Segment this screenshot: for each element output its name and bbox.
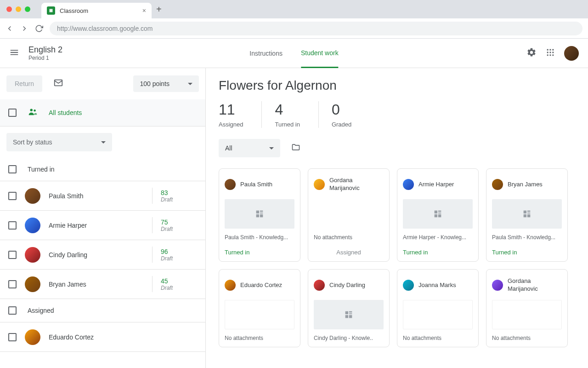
card-avatar: [403, 280, 414, 291]
svg-point-9: [549, 54, 551, 56]
group-assigned: Assigned: [0, 299, 205, 322]
card-student-name: Bryan James: [508, 181, 543, 189]
grade-cell[interactable]: 45 Draft: [152, 276, 173, 292]
card-student-name: Paula Smith: [240, 181, 272, 189]
address-bar[interactable]: http://www.classroom.google.com: [50, 22, 582, 35]
minimize-window-icon[interactable]: [16, 6, 21, 12]
card-avatar: [403, 179, 414, 190]
grade-value: 45: [161, 277, 173, 285]
assignment-title: Flowers for Algernon: [219, 78, 575, 93]
folder-icon[interactable]: [291, 143, 300, 154]
student-row[interactable]: Cindy Darling 96 Draft: [0, 240, 205, 270]
email-icon[interactable]: [53, 78, 63, 90]
card-status: Turned in: [492, 249, 562, 256]
student-sidebar: Return 100 points All students Sort by s…: [0, 68, 206, 368]
close-window-icon[interactable]: [6, 6, 12, 12]
svg-rect-16: [260, 213, 263, 213]
classroom-favicon: [47, 6, 55, 15]
stats-row: 11 Assigned4 Turned in0 Graded: [219, 101, 575, 128]
card-file-label: Paula Smith - Knowledg...: [492, 234, 562, 241]
tab-student-work[interactable]: Student work: [301, 39, 339, 68]
stat-label: Graded: [332, 121, 351, 128]
grade-status: Draft: [161, 255, 173, 262]
card-avatar: [225, 179, 236, 190]
group-label: Turned in: [28, 166, 55, 173]
browser-chrome: Classroom × +: [0, 0, 588, 18]
class-info[interactable]: English 2 Period 1: [28, 45, 62, 61]
svg-point-2: [547, 49, 548, 50]
back-button[interactable]: [6, 24, 14, 33]
student-row[interactable]: Paula Smith 83 Draft: [0, 181, 205, 211]
card-file-label: No attachments: [314, 234, 384, 241]
svg-rect-24: [524, 211, 526, 213]
settings-icon[interactable]: [526, 47, 537, 59]
return-button[interactable]: Return: [6, 75, 42, 92]
svg-rect-26: [527, 213, 530, 213]
student-checkbox[interactable]: [8, 333, 17, 341]
tab-instructions[interactable]: Instructions: [249, 39, 283, 68]
student-card[interactable]: Paula Smith Paula Smith - Knowledg... Tu…: [219, 168, 300, 262]
stat-block: 0 Graded: [332, 101, 370, 128]
student-card[interactable]: Gordana Marijanovic No attachments: [486, 269, 568, 347]
student-card[interactable]: Gordana Marijanovic No attachments Assig…: [308, 168, 390, 262]
student-row[interactable]: Armie Harper 75 Draft: [0, 211, 205, 240]
svg-point-4: [552, 49, 554, 50]
student-name: Bryan James: [49, 281, 86, 288]
grade-cell[interactable]: 83 Draft: [152, 188, 173, 204]
stat-block: 4 Turned in: [275, 101, 318, 128]
apps-icon[interactable]: [546, 48, 555, 59]
card-avatar: [225, 280, 236, 291]
svg-point-5: [547, 52, 548, 53]
main-panel: Flowers for Algernon 11 Assigned4 Turned…: [206, 68, 588, 368]
group-turned-in: Turned in: [0, 158, 205, 181]
svg-point-3: [549, 49, 551, 50]
account-avatar[interactable]: [564, 46, 579, 61]
student-card[interactable]: Bryan James Paula Smith - Knowledg... Tu…: [486, 168, 568, 262]
points-dropdown[interactable]: 100 points: [133, 75, 199, 92]
student-row[interactable]: Bryan James 45 Draft: [0, 270, 205, 299]
svg-rect-33: [349, 315, 352, 318]
browser-tab[interactable]: Classroom ×: [41, 3, 152, 18]
student-avatar: [25, 247, 40, 263]
student-row[interactable]: Eduardo Cortez: [0, 322, 205, 352]
svg-rect-25: [527, 211, 530, 212]
card-student-name: Cindy Darling: [329, 282, 365, 289]
grade-value: 96: [161, 248, 173, 255]
close-tab-icon[interactable]: ×: [142, 7, 146, 14]
student-card[interactable]: Cindy Darling Cindy Darling - Knowle..: [308, 269, 390, 347]
reload-button[interactable]: [35, 24, 43, 33]
student-avatar: [25, 188, 40, 204]
student-checkbox[interactable]: [8, 280, 17, 288]
maximize-window-icon[interactable]: [25, 6, 30, 12]
select-all-checkbox[interactable]: [8, 109, 17, 117]
grade-cell[interactable]: 96 Draft: [152, 247, 173, 263]
svg-point-6: [549, 52, 551, 53]
filter-dropdown[interactable]: All: [219, 139, 280, 157]
student-checkbox[interactable]: [8, 192, 17, 200]
new-tab-button[interactable]: +: [156, 4, 162, 15]
group-checkbox[interactable]: [8, 306, 17, 315]
svg-rect-29: [345, 311, 348, 314]
card-preview: [492, 199, 562, 229]
sort-dropdown[interactable]: Sort by status: [6, 133, 112, 151]
group-checkbox[interactable]: [8, 165, 17, 173]
student-card[interactable]: Armie Harper Armie Harper - Knowleg... T…: [397, 168, 479, 262]
student-checkbox[interactable]: [8, 221, 17, 230]
all-students-row[interactable]: All students: [0, 99, 205, 126]
class-period: Period 1: [28, 55, 62, 61]
svg-rect-27: [524, 214, 526, 217]
card-file-label: Cindy Darling - Knowle..: [314, 335, 384, 341]
student-card[interactable]: Eduardo Cortez No attachments: [219, 269, 300, 347]
group-label: Assigned: [28, 307, 54, 314]
student-card[interactable]: Joanna Marks No attachments: [397, 269, 479, 347]
student-checkbox[interactable]: [8, 251, 17, 259]
menu-button[interactable]: [9, 47, 19, 59]
forward-button[interactable]: [20, 24, 28, 33]
grade-status: Draft: [161, 285, 173, 291]
card-preview: [225, 199, 294, 229]
grade-cell[interactable]: 75 Draft: [152, 217, 173, 233]
svg-point-12: [30, 109, 33, 112]
filter-label: All: [225, 144, 232, 152]
svg-point-7: [552, 52, 554, 53]
stat-label: Turned in: [275, 121, 300, 128]
